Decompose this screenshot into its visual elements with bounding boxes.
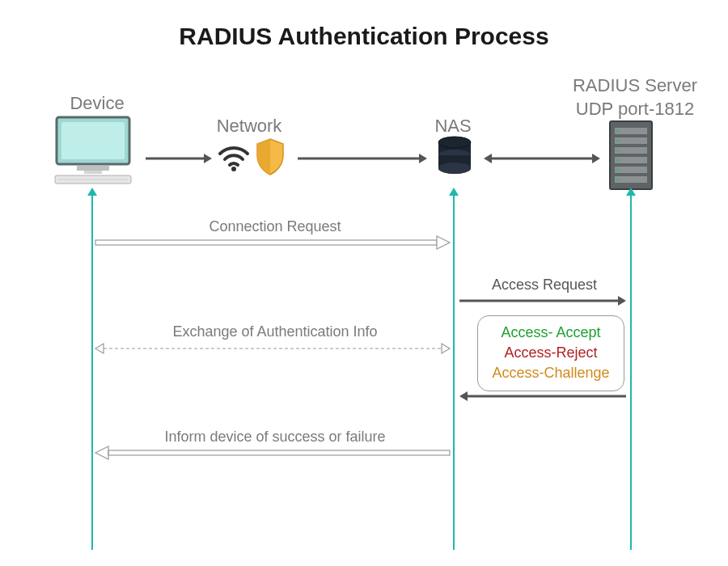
- svg-point-23: [617, 179, 620, 181]
- svg-point-20: [617, 150, 620, 152]
- database-icon: [435, 136, 474, 180]
- svg-rect-13: [615, 137, 647, 144]
- label-radius-line1: RADIUS Server: [558, 74, 712, 98]
- label-nas: NAS: [404, 116, 502, 137]
- arrow-access-response: [459, 391, 626, 401]
- svg-point-21: [617, 159, 620, 162]
- svg-rect-14: [615, 147, 647, 154]
- svg-point-19: [617, 140, 620, 142]
- wifi-icon: [217, 139, 251, 176]
- arrow-inform-result: [95, 446, 450, 459]
- svg-rect-17: [615, 176, 647, 183]
- label-access-request: Access Request: [459, 277, 629, 294]
- label-inform-result: Inform device of success or failure: [97, 429, 453, 446]
- svg-rect-41: [108, 450, 450, 455]
- server-rack-icon: [607, 120, 655, 196]
- arrow-connection-request: [95, 236, 450, 249]
- diagram-title: RADIUS Authentication Process: [0, 23, 728, 50]
- svg-rect-2: [77, 166, 109, 171]
- computer-icon: [49, 113, 138, 189]
- svg-marker-27: [419, 154, 427, 163]
- lifeline-nas: [453, 194, 455, 550]
- svg-marker-34: [618, 296, 626, 306]
- svg-marker-37: [442, 344, 450, 353]
- response-reject: Access-Reject: [491, 343, 611, 363]
- label-radius-line2: UDP port-1812: [558, 98, 712, 121]
- svg-rect-1: [61, 122, 125, 159]
- svg-marker-40: [95, 446, 108, 459]
- label-network: Network: [201, 116, 298, 137]
- svg-rect-15: [615, 157, 647, 163]
- arrow-device-to-network: [146, 154, 212, 163]
- arrow-nas-radius-bi: [484, 154, 600, 163]
- label-device: Device: [49, 93, 146, 114]
- svg-marker-30: [592, 154, 600, 163]
- svg-rect-12: [615, 128, 647, 134]
- arrow-access-request: [459, 296, 626, 306]
- svg-marker-35: [95, 344, 104, 353]
- label-exchange-auth: Exchange of Authentication Info: [97, 323, 453, 340]
- svg-point-18: [617, 130, 620, 133]
- svg-marker-38: [459, 391, 468, 401]
- lifeline-device: [91, 194, 93, 550]
- svg-rect-16: [615, 167, 647, 173]
- svg-marker-32: [437, 236, 450, 249]
- arrow-network-to-nas: [298, 154, 427, 163]
- svg-marker-28: [484, 154, 492, 163]
- label-radius: RADIUS Server UDP port-1812: [558, 74, 712, 120]
- svg-point-9: [438, 163, 471, 174]
- response-accept: Access- Accept: [491, 323, 611, 343]
- svg-point-6: [231, 167, 236, 171]
- response-challenge: Access-Challenge: [491, 363, 611, 383]
- svg-rect-31: [95, 240, 437, 245]
- svg-point-22: [617, 169, 620, 171]
- svg-marker-25: [204, 154, 212, 163]
- response-box: Access- Accept Access-Reject Access-Chal…: [477, 315, 624, 391]
- shield-icon: [254, 137, 286, 180]
- label-connection-request: Connection Request: [97, 218, 453, 235]
- svg-rect-3: [84, 171, 102, 174]
- arrow-exchange-auth: [95, 343, 450, 354]
- lifeline-radius: [630, 194, 632, 550]
